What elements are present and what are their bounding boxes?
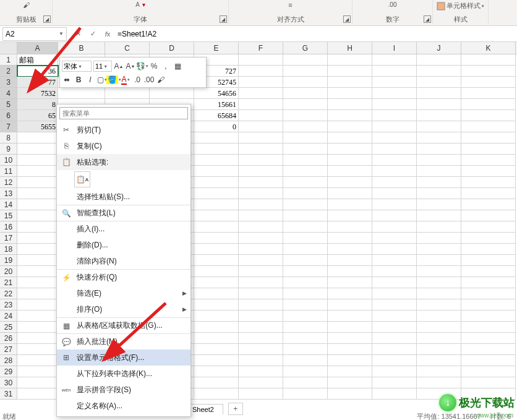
cell[interactable] bbox=[417, 255, 461, 266]
cell[interactable] bbox=[194, 221, 239, 233]
paste-values-icon[interactable]: 📋A bbox=[74, 171, 90, 187]
cell[interactable] bbox=[17, 166, 58, 177]
cell[interactable] bbox=[239, 244, 283, 255]
cell[interactable] bbox=[194, 177, 239, 188]
cell[interactable] bbox=[461, 244, 516, 255]
cell[interactable] bbox=[328, 333, 372, 344]
cell[interactable] bbox=[417, 199, 461, 210]
cell[interactable] bbox=[194, 132, 239, 144]
cell[interactable] bbox=[283, 388, 328, 400]
col-header-i[interactable]: I bbox=[372, 42, 417, 54]
cell[interactable] bbox=[17, 299, 58, 311]
cell[interactable] bbox=[461, 210, 516, 221]
cell[interactable] bbox=[328, 99, 372, 110]
cell[interactable] bbox=[17, 221, 58, 233]
cell[interactable] bbox=[283, 244, 328, 255]
cell[interactable] bbox=[417, 77, 461, 88]
cell[interactable]: 8 bbox=[17, 99, 58, 110]
cell[interactable] bbox=[194, 255, 239, 266]
row-header[interactable]: 30 bbox=[0, 377, 17, 388]
cell[interactable] bbox=[239, 177, 283, 188]
cell[interactable] bbox=[417, 266, 461, 277]
cell[interactable] bbox=[461, 344, 516, 355]
row-header[interactable]: 3 bbox=[0, 77, 17, 88]
cell[interactable] bbox=[105, 88, 150, 99]
cell[interactable] bbox=[328, 155, 372, 166]
cell[interactable] bbox=[239, 66, 283, 77]
accounting-format-icon[interactable]: 💱▾ bbox=[137, 61, 147, 72]
row-header[interactable]: 21 bbox=[0, 277, 17, 288]
cell[interactable] bbox=[328, 54, 372, 66]
row-header[interactable]: 11 bbox=[0, 166, 17, 177]
cell[interactable] bbox=[328, 188, 372, 199]
cell[interactable] bbox=[328, 177, 372, 188]
cell[interactable] bbox=[328, 288, 372, 299]
cell[interactable] bbox=[283, 66, 328, 77]
menu-clear[interactable]: 清除内容(N) bbox=[57, 253, 190, 269]
select-all-corner[interactable] bbox=[0, 42, 17, 54]
cell[interactable] bbox=[328, 77, 372, 88]
cell[interactable]: 5655 bbox=[17, 121, 58, 132]
mini-size-select[interactable]: 11▼ bbox=[93, 61, 112, 72]
cell[interactable] bbox=[328, 132, 372, 144]
cell[interactable] bbox=[239, 355, 283, 366]
cell[interactable] bbox=[328, 244, 372, 255]
cell[interactable] bbox=[17, 244, 58, 255]
cell[interactable] bbox=[372, 333, 417, 344]
cell[interactable] bbox=[328, 110, 372, 121]
cell[interactable] bbox=[417, 144, 461, 155]
row-header[interactable]: 1 bbox=[0, 54, 17, 66]
row-header[interactable]: 29 bbox=[0, 366, 17, 377]
cell[interactable] bbox=[239, 277, 283, 288]
cell[interactable] bbox=[194, 210, 239, 221]
cell[interactable] bbox=[194, 155, 239, 166]
cell[interactable] bbox=[328, 277, 372, 288]
cell[interactable] bbox=[17, 388, 58, 400]
cell[interactable] bbox=[417, 288, 461, 299]
row-header[interactable]: 2 bbox=[0, 66, 17, 77]
row-header[interactable]: 4 bbox=[0, 88, 17, 99]
cell[interactable] bbox=[328, 88, 372, 99]
cell[interactable] bbox=[417, 66, 461, 77]
row-header[interactable]: 15 bbox=[0, 210, 17, 221]
cell[interactable] bbox=[283, 288, 328, 299]
cell[interactable] bbox=[17, 188, 58, 199]
cell[interactable] bbox=[239, 221, 283, 233]
cell[interactable] bbox=[461, 288, 516, 299]
cell[interactable] bbox=[461, 355, 516, 366]
cell[interactable] bbox=[17, 288, 58, 299]
cell[interactable] bbox=[461, 155, 516, 166]
cell[interactable] bbox=[150, 88, 194, 99]
cell[interactable] bbox=[283, 132, 328, 144]
cell[interactable] bbox=[239, 54, 283, 66]
row-header[interactable]: 17 bbox=[0, 233, 17, 244]
border-icon[interactable]: ▢▾ bbox=[97, 74, 107, 85]
cell-styles-label[interactable]: 单元格样式 bbox=[446, 1, 481, 11]
cell[interactable] bbox=[194, 277, 239, 288]
cell[interactable] bbox=[283, 77, 328, 88]
increase-decimal-icon[interactable]: .00 bbox=[144, 74, 154, 85]
cell[interactable] bbox=[283, 110, 328, 121]
cell[interactable] bbox=[194, 166, 239, 177]
cell[interactable] bbox=[372, 344, 417, 355]
cell[interactable] bbox=[17, 311, 58, 322]
col-header-d[interactable]: D bbox=[150, 42, 194, 54]
cell[interactable] bbox=[417, 132, 461, 144]
col-header-k[interactable]: K bbox=[461, 42, 516, 54]
row-header[interactable]: 6 bbox=[0, 110, 17, 121]
cell[interactable] bbox=[328, 166, 372, 177]
cell[interactable] bbox=[372, 288, 417, 299]
row-header[interactable]: 13 bbox=[0, 188, 17, 199]
row-header[interactable]: 12 bbox=[0, 177, 17, 188]
cell[interactable] bbox=[283, 277, 328, 288]
cell[interactable] bbox=[417, 121, 461, 132]
menu-cut[interactable]: ✂剪切(T) bbox=[57, 122, 190, 138]
cell[interactable] bbox=[328, 266, 372, 277]
cell[interactable] bbox=[417, 110, 461, 121]
cell[interactable] bbox=[417, 355, 461, 366]
cell[interactable]: 0 bbox=[194, 121, 239, 132]
cell[interactable] bbox=[461, 54, 516, 66]
font-launcher[interactable]: ◢ bbox=[220, 15, 227, 23]
cell[interactable] bbox=[461, 88, 516, 99]
number-launcher[interactable]: ◢ bbox=[424, 15, 431, 23]
